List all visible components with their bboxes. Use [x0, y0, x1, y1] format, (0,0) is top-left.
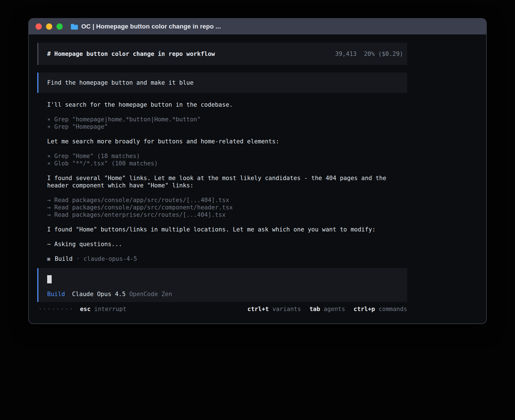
- tool-call-line: ∗ Grep "Homepage": [47, 123, 407, 130]
- hint-agents: tab agents: [309, 305, 345, 313]
- prompt-input[interactable]: Build Claude Opus 4.5 OpenCode Zen: [37, 268, 407, 302]
- assistant-text-line: I found several "Home" links. Let me loo…: [47, 174, 407, 182]
- input-provider: OpenCode Zen: [129, 290, 172, 298]
- assistant-text-line: Let me search more broadly for buttons a…: [47, 138, 407, 145]
- assistant-text-block: ~ Asking questions...: [37, 240, 407, 248]
- text-cursor: [47, 275, 52, 283]
- hint-label: commands: [375, 306, 407, 312]
- hint-key: tab: [309, 306, 320, 312]
- window-title: OC | Homepage button color change in rep…: [81, 23, 221, 30]
- tool-call-group: ∗ Grep "homepage|home.*button|Home.*butt…: [37, 116, 407, 130]
- agent-status-line: ▣ Build · claude-opus-4-5: [37, 255, 407, 262]
- assistant-transcript: I'll search for the homepage button in t…: [37, 101, 407, 248]
- tool-call-line: → Read packages/console/app/src/componen…: [47, 204, 407, 211]
- assistant-text-block: Let me search more broadly for buttons a…: [37, 138, 407, 145]
- status-hints-left: esc interrupt: [80, 305, 126, 313]
- hint-label: agents: [320, 306, 345, 312]
- hint-commands: ctrl+p commands: [353, 305, 407, 313]
- session-header: # Homepage button color change in repo w…: [37, 43, 407, 65]
- session-stats: 39,41320% ($0.29): [300, 43, 403, 65]
- spinner-dots: ········: [38, 305, 74, 313]
- input-meta: Build Claude Opus 4.5 OpenCode Zen: [47, 290, 407, 298]
- tool-call-group: → Read packages/console/app/src/routes/[…: [37, 196, 407, 218]
- hint-label: variants: [269, 306, 301, 312]
- hint-key: esc: [80, 306, 91, 312]
- traffic-lights: [36, 23, 63, 30]
- hint-variants: ctrl+t variants: [247, 305, 301, 313]
- assistant-text-block: I found "Home" buttons/links in multiple…: [37, 226, 407, 233]
- window-titlebar[interactable]: OC | Homepage button color change in rep…: [29, 19, 486, 34]
- context-usage: 20% ($0.29): [364, 51, 403, 57]
- assistant-text-line: header component which have "Home" links…: [47, 182, 407, 189]
- close-button[interactable]: [36, 23, 42, 30]
- agent-model: claude-opus-4-5: [84, 255, 137, 262]
- tool-call-group: ∗ Grep "Home" (18 matches)∗ Glob "**/*.t…: [37, 152, 407, 167]
- token-count: 39,413: [335, 51, 357, 57]
- folder-icon: [71, 23, 78, 30]
- tool-call-line: → Read packages/console/app/src/routes/[…: [47, 196, 407, 204]
- assistant-text-block: I'll search for the homepage button in t…: [37, 101, 407, 108]
- status-bar: ········ esc interrupt ctrl+t variantsta…: [37, 305, 407, 313]
- hint-label: interrupt: [91, 306, 126, 312]
- agent-icon: ▣: [47, 255, 50, 262]
- zoom-button[interactable]: [56, 23, 63, 30]
- input-model[interactable]: Claude Opus 4.5: [72, 290, 126, 298]
- agent-name: Build: [55, 255, 73, 262]
- hint-key: ctrl+t: [247, 306, 269, 312]
- hint-interrupt: esc interrupt: [80, 305, 126, 313]
- terminal-window: OC | Homepage button color change in rep…: [28, 18, 487, 324]
- status-hints-right: ctrl+t variantstab agentsctrl+p commands: [247, 305, 407, 313]
- tool-call-line: ∗ Grep "Home" (18 matches): [47, 152, 407, 160]
- user-message: Find the homepage button and make it blu…: [37, 73, 407, 93]
- tool-call-line: ∗ Grep "homepage|home.*button|Home.*butt…: [47, 116, 407, 123]
- terminal-content[interactable]: # Homepage button color change in repo w…: [29, 34, 486, 313]
- tool-call-line: ∗ Glob "**/*.tsx" (100 matches): [47, 160, 407, 167]
- agent-separator: ·: [76, 255, 80, 262]
- assistant-text-block: I found several "Home" links. Let me loo…: [37, 174, 407, 189]
- input-agent-mode[interactable]: Build: [47, 290, 65, 298]
- user-message-text: Find the homepage button and make it blu…: [47, 79, 193, 86]
- assistant-text-line: ~ Asking questions...: [47, 240, 407, 248]
- session-title: # Homepage button color change in repo w…: [47, 50, 215, 58]
- content-column: # Homepage button color change in repo w…: [37, 43, 407, 313]
- assistant-text-line: I'll search for the homepage button in t…: [47, 101, 407, 108]
- hint-key: ctrl+p: [353, 306, 375, 312]
- tool-call-line: → Read packages/enterprise/src/routes/[.…: [47, 211, 407, 218]
- minimize-button[interactable]: [46, 23, 52, 30]
- assistant-text-line: I found "Home" buttons/links in multiple…: [47, 226, 407, 233]
